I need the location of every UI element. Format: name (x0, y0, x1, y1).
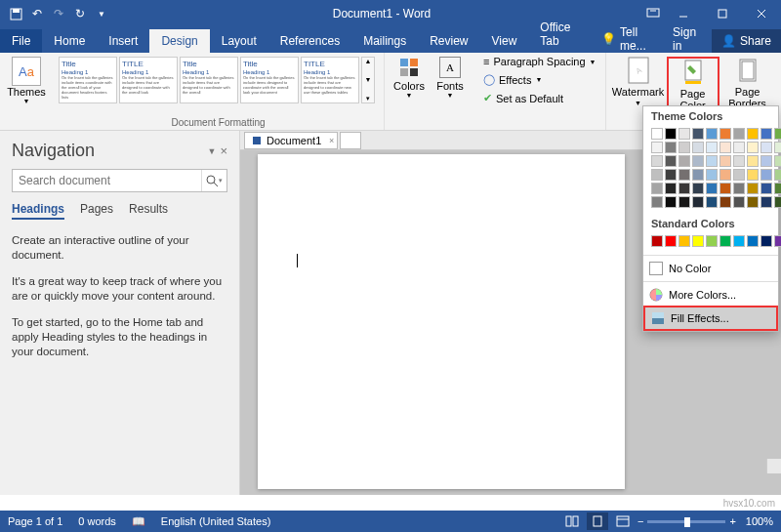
color-swatch[interactable] (719, 142, 731, 153)
color-swatch[interactable] (665, 169, 677, 181)
color-swatch[interactable] (706, 235, 718, 247)
color-swatch[interactable] (706, 142, 718, 153)
color-swatch[interactable] (760, 183, 772, 194)
fonts-button[interactable]: A Fonts ▼ (432, 57, 469, 99)
color-swatch[interactable] (747, 128, 759, 140)
undo-icon[interactable]: ↶ (29, 6, 45, 21)
save-icon[interactable] (8, 6, 23, 21)
color-swatch[interactable] (678, 142, 690, 153)
tab-home[interactable]: Home (42, 29, 97, 53)
color-swatch[interactable] (733, 142, 745, 153)
zoom-level[interactable]: 100% (746, 515, 773, 527)
color-swatch[interactable] (651, 142, 663, 153)
color-swatch[interactable] (651, 128, 663, 140)
color-swatch[interactable] (733, 155, 745, 167)
tab-view[interactable]: View (480, 29, 529, 53)
tell-me[interactable]: 💡 Tell me... (592, 25, 661, 53)
style-gallery[interactable]: TitleHeading 1On the Insert tab the gall… (59, 57, 378, 103)
color-swatch[interactable] (692, 196, 704, 208)
nav-tab-results[interactable]: Results (129, 202, 168, 220)
page-canvas[interactable] (258, 154, 625, 489)
more-colors-item[interactable]: More Colors... (643, 284, 778, 306)
color-swatch[interactable] (747, 183, 759, 194)
color-swatch[interactable] (678, 128, 690, 140)
gallery-scroll[interactable]: ▲▼▾ (361, 57, 375, 103)
color-swatch[interactable] (747, 142, 759, 153)
color-swatch[interactable] (706, 183, 718, 194)
style-thumbnail[interactable]: TitleHeading 1On the Insert tab the gall… (240, 57, 299, 103)
color-swatch[interactable] (719, 196, 731, 208)
fill-effects-item[interactable]: Fill Effects... (643, 306, 778, 331)
zoom-in-icon[interactable]: + (729, 515, 735, 527)
color-swatch[interactable] (678, 235, 690, 247)
zoom-out-icon[interactable]: − (637, 515, 643, 527)
color-swatch[interactable] (719, 235, 731, 247)
color-swatch[interactable] (665, 235, 677, 247)
color-swatch[interactable] (733, 183, 745, 194)
paragraph-spacing-button[interactable]: ≡Paragraph Spacing ▼ (480, 55, 599, 68)
close-button[interactable] (742, 0, 781, 27)
color-swatch[interactable] (692, 235, 704, 247)
tab-file[interactable]: File (0, 29, 42, 53)
color-swatch[interactable] (760, 128, 772, 140)
color-swatch[interactable] (665, 183, 677, 194)
tab-design[interactable]: Design (149, 29, 209, 53)
color-swatch[interactable] (665, 155, 677, 167)
color-swatch[interactable] (651, 196, 663, 208)
style-thumbnail[interactable]: TitleHeading 1On the Insert tab the gall… (180, 57, 238, 103)
close-icon[interactable]: × (329, 136, 334, 145)
color-swatch[interactable] (774, 142, 781, 153)
color-swatch[interactable] (733, 196, 745, 208)
color-swatch[interactable] (733, 235, 745, 247)
color-swatch[interactable] (665, 196, 677, 208)
color-swatch[interactable] (733, 169, 745, 181)
color-swatch[interactable] (733, 128, 745, 140)
color-swatch[interactable] (760, 142, 772, 153)
nav-tab-pages[interactable]: Pages (80, 202, 113, 220)
color-swatch[interactable] (774, 169, 781, 181)
color-swatch[interactable] (719, 155, 731, 167)
color-swatch[interactable] (692, 142, 704, 153)
color-swatch[interactable] (665, 142, 677, 153)
color-swatch[interactable] (774, 183, 781, 194)
color-swatch[interactable] (719, 169, 731, 181)
color-swatch[interactable] (692, 128, 704, 140)
set-default-button[interactable]: ✔Set as Default (480, 91, 599, 105)
color-swatch[interactable] (651, 169, 663, 181)
document-tab[interactable]: Document1 × (244, 132, 338, 149)
color-swatch[interactable] (651, 155, 663, 167)
status-language[interactable]: English (United States) (161, 515, 271, 527)
style-thumbnail[interactable]: TITLEHeading 1On the Insert tab the gall… (301, 57, 359, 103)
color-swatch[interactable] (706, 196, 718, 208)
color-swatch[interactable] (760, 155, 772, 167)
ribbon-display-icon[interactable] (646, 6, 660, 21)
minimize-button[interactable] (664, 0, 703, 27)
color-swatch[interactable] (774, 235, 781, 247)
color-swatch[interactable] (747, 169, 759, 181)
zoom-track[interactable] (647, 520, 725, 523)
color-swatch[interactable] (760, 169, 772, 181)
color-swatch[interactable] (665, 128, 677, 140)
signin-button[interactable]: Sign in (661, 25, 712, 53)
view-print-layout[interactable] (587, 512, 608, 530)
close-icon[interactable]: × (220, 143, 227, 158)
color-swatch[interactable] (774, 155, 781, 167)
color-swatch[interactable] (678, 169, 690, 181)
color-swatch[interactable] (692, 155, 704, 167)
color-swatch[interactable] (719, 183, 731, 194)
color-swatch[interactable] (747, 235, 759, 247)
status-spellcheck-icon[interactable]: 📖 (132, 515, 145, 528)
zoom-thumb[interactable] (684, 517, 690, 527)
view-read-mode[interactable] (561, 512, 583, 530)
color-swatch[interactable] (706, 169, 718, 181)
color-swatch[interactable] (760, 196, 772, 208)
color-swatch[interactable] (719, 128, 731, 140)
themes-button[interactable]: Aa Themes ▼ (6, 57, 47, 104)
view-web-layout[interactable] (612, 512, 634, 530)
color-swatch[interactable] (692, 169, 704, 181)
color-swatch[interactable] (678, 183, 690, 194)
color-swatch[interactable] (651, 183, 663, 194)
status-page[interactable]: Page 1 of 1 (8, 515, 62, 527)
tab-insert[interactable]: Insert (97, 29, 149, 53)
color-swatch[interactable] (692, 183, 704, 194)
